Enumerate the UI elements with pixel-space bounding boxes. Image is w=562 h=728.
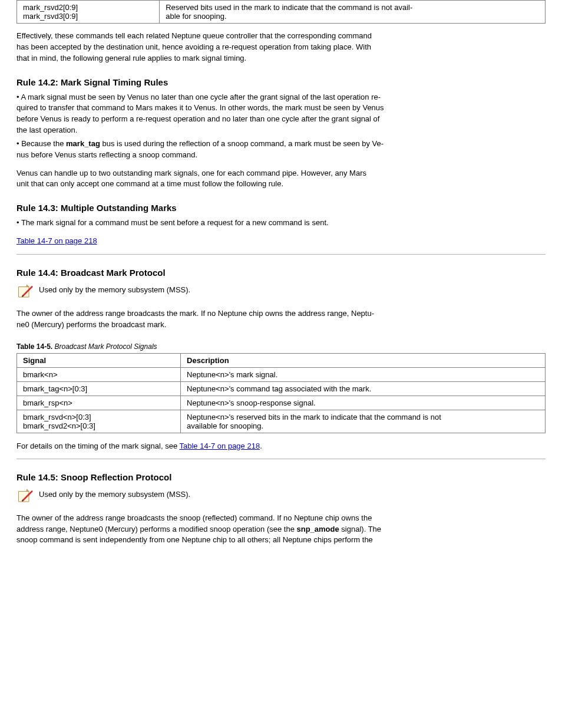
table-ref-link[interactable]: Table 14-7 on page 218: [180, 442, 260, 450]
rule-paragraph: Venus can handle up to two outstanding m…: [16, 168, 546, 190]
section-paragraph: The owner of the address range broadcast…: [16, 308, 546, 331]
table-row: bmark_rsp<n> Neptune<n>'s snoop-response…: [17, 396, 546, 410]
table-row: bmark_rsvd<n>[0:3] bmark_rsvd2<n>[0:3] N…: [17, 410, 546, 433]
footer-line: For details on the timing of the mark si…: [16, 442, 546, 450]
col-header-description: Description: [181, 353, 546, 367]
code-term: mark_tag: [66, 139, 100, 148]
text-fragment: • Because the: [16, 139, 66, 148]
rule-bullet: • A mark signal must be seen by Venus no…: [16, 92, 546, 136]
text-fragment: For details on the timing of the mark si…: [16, 442, 180, 450]
signal-name: mark_rsvd2[0:9]: [23, 3, 153, 12]
caption-title: Broadcast Mark Protocol Signals: [52, 342, 157, 351]
intro-paragraph: Effectively, these commands tell each re…: [16, 31, 546, 64]
cell-signal: mark_rsvd2[0:9] mark_rsvd3[0:9]: [17, 1, 160, 24]
table-mark-rsvd: mark_rsvd2[0:9] mark_rsvd3[0:9] Reserved…: [16, 0, 546, 24]
table-header-row: Signal Description: [17, 353, 546, 367]
note-text: Used only by the memory subsystem (MSS).: [39, 489, 190, 500]
signal-name: mark_rsvd3[0:9]: [23, 12, 153, 21]
cell-description: Neptune<n>'s command tag associated with…: [181, 381, 546, 396]
cell-description: Reserved bits used in the mark to indica…: [160, 1, 546, 24]
note-icon: [16, 489, 33, 506]
cell-description: Neptune<n>'s reserved bits in the mark t…: [181, 410, 546, 433]
rule-14-3-title: Rule 14.3: Multiple Outstanding Marks: [16, 203, 546, 213]
rule-14-2-title: Rule 14.2: Mark Signal Timing Rules: [16, 77, 546, 87]
cell-description: Neptune<n>'s mark signal.: [181, 367, 546, 381]
text-fragment: .: [260, 442, 262, 450]
table-row: bmark_tag<n>[0:3] Neptune<n>'s command t…: [17, 381, 546, 396]
table-row: bmark<n> Neptune<n>'s mark signal.: [17, 367, 546, 381]
rule-14-5-title: Rule 14.5: Snoop Reflection Protocol: [16, 472, 546, 482]
cell-description: Neptune<n>'s snoop-response signal.: [181, 396, 546, 410]
caption-label: Table 14-5.: [16, 342, 52, 351]
note-icon: [16, 285, 33, 301]
signal-name: bmark_rsvd<n>[0:3]: [23, 413, 174, 421]
note-block: Used only by the memory subsystem (MSS).: [16, 285, 546, 301]
rule-14-4-title: Rule 14.4: Broadcast Mark Protocol: [16, 268, 546, 278]
svg-marker-5: [27, 489, 29, 492]
section-paragraph: The owner of the address range broadcast…: [16, 513, 546, 546]
code-term: snp_amode: [296, 525, 339, 533]
cell-signal: bmark_rsp<n>: [17, 396, 181, 410]
table-row: mark_rsvd2[0:9] mark_rsvd3[0:9] Reserved…: [17, 1, 546, 24]
section-divider: [16, 459, 546, 459]
table-broadcast-mark: Signal Description bmark<n> Neptune<n>'s…: [16, 353, 546, 433]
cell-signal: bmark_tag<n>[0:3]: [17, 381, 181, 396]
note-text: Used only by the memory subsystem (MSS).: [39, 285, 190, 296]
section-divider: [16, 254, 546, 255]
table-caption: Table 14-5. Broadcast Mark Protocol Sign…: [16, 342, 546, 351]
col-header-signal: Signal: [17, 353, 181, 367]
svg-marker-1: [27, 285, 29, 287]
cell-signal: bmark<n>: [17, 367, 181, 381]
cell-signal: bmark_rsvd<n>[0:3] bmark_rsvd2<n>[0:3]: [17, 410, 181, 433]
rule-bullet: • The mark signal for a command must be …: [16, 218, 546, 229]
note-block: Used only by the memory subsystem (MSS).: [16, 489, 546, 506]
link-line: Table 14-7 on page 218: [16, 236, 546, 247]
rule-bullet: • Because the mark_tag bus is used durin…: [16, 139, 546, 161]
table-ref-link[interactable]: Table 14-7 on page 218: [16, 236, 97, 245]
signal-name: bmark_rsvd2<n>[0:3]: [23, 421, 174, 430]
